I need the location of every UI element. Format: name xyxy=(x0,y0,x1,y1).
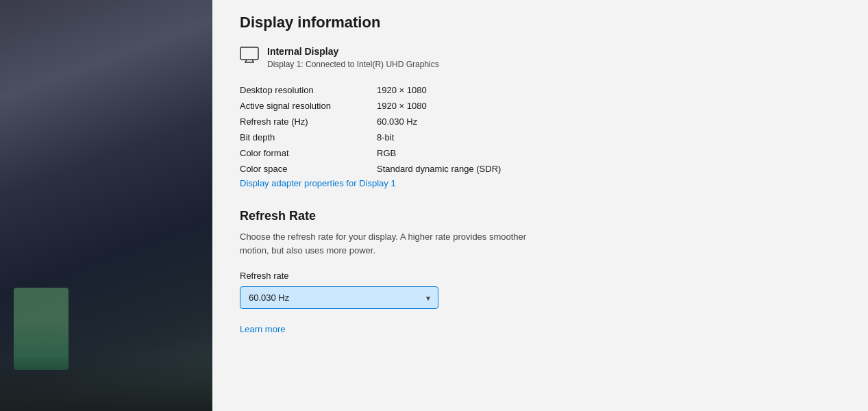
info-row-label: Active signal resolution xyxy=(240,101,377,111)
info-row-value: 1920 × 1080 xyxy=(377,101,427,111)
info-row: Refresh rate (Hz)60.030 Hz xyxy=(240,114,841,129)
refresh-rate-select[interactable]: 60.030 Hz xyxy=(240,286,438,309)
info-row: Color formatRGB xyxy=(240,145,841,161)
monitor-icon xyxy=(240,47,259,63)
info-row-value: Standard dynamic range (SDR) xyxy=(377,164,501,174)
photo-bottom-fade xyxy=(0,356,212,411)
page-title: Display information xyxy=(240,14,841,32)
info-row-label: Desktop resolution xyxy=(240,85,377,95)
info-row-label: Refresh rate (Hz) xyxy=(240,116,377,127)
info-row: Active signal resolution1920 × 1080 xyxy=(240,98,841,114)
info-rows-container: Desktop resolution1920 × 1080Active sign… xyxy=(240,82,841,177)
refresh-rate-description: Choose the refresh rate for your display… xyxy=(240,230,528,257)
refresh-rate-field-label: Refresh rate xyxy=(240,271,841,281)
info-row-value: 8-bit xyxy=(377,132,394,142)
adapter-properties-link[interactable]: Display adapter properties for Display 1 xyxy=(240,178,396,188)
background-photo xyxy=(0,0,212,411)
info-row: Color spaceStandard dynamic range (SDR) xyxy=(240,161,841,177)
info-row: Desktop resolution1920 × 1080 xyxy=(240,82,841,98)
refresh-rate-dropdown-container: 60.030 Hz ▼ xyxy=(240,286,438,309)
info-row-label: Bit depth xyxy=(240,132,377,142)
svg-rect-0 xyxy=(240,47,258,60)
display-subtitle: Display 1: Connected to Intel(R) UHD Gra… xyxy=(267,59,439,71)
learn-more-link[interactable]: Learn more xyxy=(240,324,285,334)
info-row-value: RGB xyxy=(377,148,396,158)
display-info-header: Internal Display Display 1: Connected to… xyxy=(240,45,841,70)
info-row: Bit depth8-bit xyxy=(240,129,841,145)
refresh-rate-section: Refresh Rate Choose the refresh rate for… xyxy=(240,209,841,335)
display-name-block: Internal Display Display 1: Connected to… xyxy=(267,45,439,70)
display-name: Internal Display xyxy=(267,45,439,59)
refresh-rate-heading: Refresh Rate xyxy=(240,209,841,223)
info-row-label: Color space xyxy=(240,164,377,174)
info-row-label: Color format xyxy=(240,148,377,158)
settings-panel: Display information Internal Display Dis… xyxy=(212,0,868,411)
info-row-value: 60.030 Hz xyxy=(377,116,417,127)
info-row-value: 1920 × 1080 xyxy=(377,85,427,95)
left-decorative-panel xyxy=(0,0,212,411)
